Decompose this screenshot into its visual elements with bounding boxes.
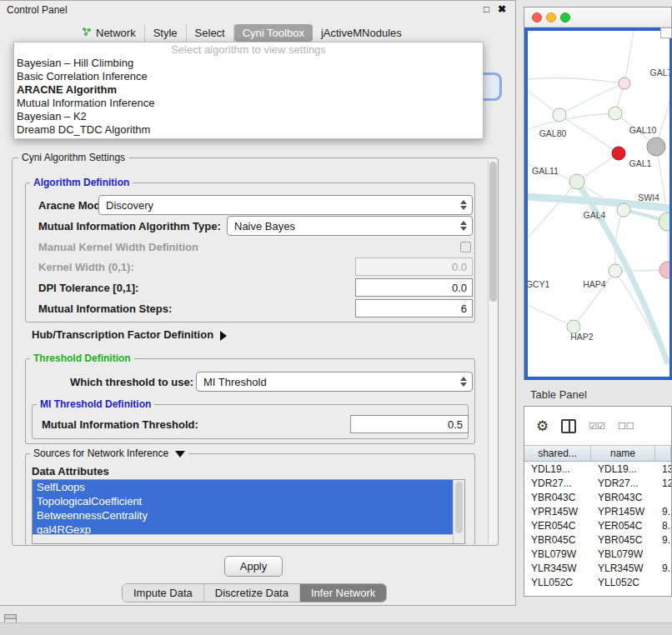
table-row[interactable]: YER054CYER054C8. — [524, 518, 671, 532]
dropdown-item-mutual-information-inference[interactable]: Mutual Information Inference — [14, 97, 483, 110]
dropdown-item-bayesian-hill-climbing[interactable]: Bayesian – Hill Climbing — [14, 57, 483, 70]
network-node[interactable] — [609, 107, 622, 120]
table-cell: YPR145W — [591, 506, 655, 518]
column-header-extra[interactable] — [655, 446, 671, 461]
tab-select[interactable]: Select — [187, 24, 234, 42]
mi-algorithm-type-select[interactable]: Naive Bayes — [227, 216, 473, 236]
attribute-item-selfloops[interactable]: SelfLoops — [33, 480, 453, 494]
which-threshold-value: MI Threshold — [203, 376, 267, 388]
sources-toggle[interactable]: Sources for Network Inference — [30, 448, 188, 459]
table-cell: YDR27... — [524, 478, 591, 489]
manual-kernel-width-label: Manual Kernel Width Definition — [38, 241, 198, 254]
network-node-label: HAP4 — [583, 279, 606, 289]
tab-label: jActiveMNodules — [321, 27, 402, 39]
table-toolbar: ⚙ ☑☑ ☐☐ — [524, 407, 671, 446]
mac-minimize-button[interactable] — [546, 12, 556, 22]
table-cell: YDL19... — [524, 463, 591, 475]
attribute-items: SelfLoopsTopologicalCoefficientBetweenne… — [33, 480, 464, 537]
dpi-tolerance-field[interactable]: 0.0 — [355, 278, 473, 297]
network-window-titlebar[interactable] — [524, 8, 671, 28]
table-row[interactable]: YLL052CYLL052C — [524, 575, 671, 589]
view-corner-box — [660, 28, 672, 38]
table-cell: 9. — [655, 562, 671, 574]
settings-group-title: Cyni Algorithm Settings — [18, 152, 128, 163]
network-node[interactable] — [659, 212, 669, 231]
table-row[interactable]: YDL19...YDL19...13 — [524, 462, 671, 476]
table-row[interactable]: YBR045CYBR045C9. — [524, 532, 671, 547]
hub-definition-toggle[interactable]: Hub/Transcription Factor Definition — [32, 328, 227, 342]
dropdown-items: Bayesian – Hill ClimbingBasic Correlatio… — [14, 57, 483, 137]
chevron-right-icon — [220, 331, 227, 341]
attribute-item-betweennesscentrality[interactable]: BetweennessCentrality — [33, 508, 453, 522]
mac-close-button[interactable] — [532, 12, 542, 22]
tab-jactivemnodules[interactable]: jActiveMNodules — [313, 24, 410, 42]
chevron-down-icon — [175, 451, 185, 458]
table-row[interactable]: YBR043CYBR043C — [524, 490, 671, 504]
table-row[interactable]: YBL079WYBL079W — [524, 547, 671, 561]
dropdown-item-aracne-algorithm[interactable]: ARACNE Algorithm — [14, 83, 483, 97]
network-canvas[interactable]: GAL80GAL10GAL11GAL1SWI4GAL4GCY1HAP4HAP2G… — [524, 28, 672, 380]
bottom-tab-infer-network[interactable]: Infer Network — [300, 584, 386, 602]
data-attributes-list[interactable]: SelfLoopsTopologicalCoefficientBetweenne… — [32, 479, 465, 544]
aracne-mode-select[interactable]: Discovery — [98, 195, 473, 215]
mi-steps-field[interactable]: 6 — [355, 299, 473, 318]
scrollbar-thumb[interactable] — [489, 162, 497, 302]
table-cell: 12 — [655, 478, 671, 489]
table-cell: YLR345W — [591, 562, 655, 574]
dropdown-item-dream8-dc-tdc-algorithm[interactable]: Dream8 DC_TDC Algorithm — [14, 123, 483, 137]
mi-threshold-label: Mutual Information Threshold: — [42, 418, 198, 432]
network-node[interactable] — [619, 78, 630, 89]
table-cell: YLR345W — [524, 562, 591, 574]
mi-threshold-field[interactable]: 0.5 — [350, 415, 469, 433]
network-node[interactable] — [659, 262, 669, 278]
list-vertical-scrollbar[interactable] — [453, 480, 464, 543]
network-node[interactable] — [553, 108, 566, 122]
column-header-name[interactable]: name — [591, 446, 655, 461]
network-node[interactable] — [609, 264, 622, 278]
float-window-icon[interactable]: □ — [484, 3, 489, 15]
table-cell: YLL052C — [524, 577, 591, 588]
attribute-item-topologicalcoefficient[interactable]: TopologicalCoefficient — [33, 494, 453, 508]
table-row[interactable]: YLR345WYLR345W9. — [524, 561, 671, 575]
manual-kernel-width-checkbox[interactable] — [460, 242, 471, 252]
which-threshold-select[interactable]: MI Threshold — [196, 372, 473, 392]
bottom-tab-bar: Impute DataDiscretize DataInfer Network — [122, 583, 387, 602]
table-cell: YBR043C — [591, 492, 655, 503]
table-row[interactable]: YDR27...YDR27...12 — [524, 476, 671, 490]
table-cell: YBR043C — [524, 492, 591, 503]
deselect-all-icon[interactable]: ☐☐ — [618, 421, 634, 432]
list-horizontal-scrollbar[interactable] — [33, 534, 453, 543]
table-row[interactable]: YPR145WYPR145W9. — [524, 504, 671, 518]
apply-button[interactable]: Apply — [224, 556, 283, 577]
network-node-label: GAL1 — [629, 158, 652, 168]
network-node-label: GAL11 — [532, 166, 559, 176]
network-node-label: GCY1 — [528, 279, 549, 289]
dropdown-item-bayesian-k2[interactable]: Bayesian – K2 — [14, 110, 483, 123]
columns-icon[interactable] — [561, 419, 576, 433]
network-node[interactable] — [617, 203, 630, 217]
mi-algorithm-type-label: Mutual Information Algorithm Type: — [38, 220, 221, 233]
settings-scrollbar[interactable] — [488, 160, 498, 543]
column-header-shared-[interactable]: shared... — [524, 446, 591, 461]
dropdown-item-basic-correlation-inference[interactable]: Basic Correlation Inference — [14, 70, 483, 83]
table-cell: YDL19... — [591, 463, 655, 475]
tab-network[interactable]: Network — [73, 24, 145, 42]
table-cell: 8. — [655, 520, 671, 532]
bottom-tab-impute-data[interactable]: Impute Data — [123, 584, 204, 602]
scrollbar-thumb[interactable] — [455, 482, 463, 533]
gear-icon[interactable]: ⚙ — [536, 418, 549, 435]
kernel-width-label: Kernel Width (0,1): — [38, 261, 134, 274]
tab-cyni-toolbox[interactable]: Cyni Toolbox — [234, 24, 313, 42]
dpi-tolerance-label: DPI Tolerance [0,1]: — [38, 282, 138, 295]
tab-style[interactable]: Style — [145, 24, 187, 42]
network-node[interactable] — [647, 138, 665, 156]
threshold-definition-title: Threshold Definition — [30, 352, 134, 364]
table-cell: 9. — [655, 506, 671, 518]
close-icon[interactable]: ✖ — [498, 3, 506, 15]
network-node[interactable] — [569, 174, 584, 189]
select-all-icon[interactable]: ☑☑ — [589, 421, 605, 432]
mac-zoom-button[interactable] — [560, 12, 570, 22]
bottom-tab-discretize-data[interactable]: Discretize Data — [204, 584, 300, 602]
network-node-label: GAL80 — [539, 128, 567, 138]
network-node[interactable] — [612, 147, 625, 160]
